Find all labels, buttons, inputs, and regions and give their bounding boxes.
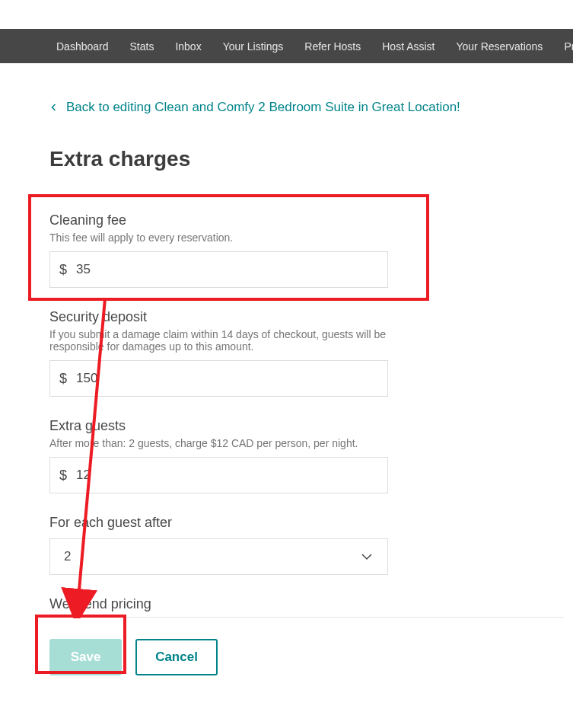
nav-inbox[interactable]: Inbox xyxy=(164,40,212,53)
cleaning-fee-label: Cleaning fee xyxy=(49,212,388,228)
extra-charges-form: Cleaning fee This fee will apply to ever… xyxy=(49,212,388,612)
nav-dashboard[interactable]: Dashboard xyxy=(46,40,119,53)
nav-your-reservations[interactable]: Your Reservations xyxy=(445,40,553,53)
form-actions: Save Cancel xyxy=(49,639,527,675)
nav-profile[interactable]: Prof xyxy=(553,40,573,53)
extra-guests-group: Extra guests After more than: 2 guests, … xyxy=(49,418,388,493)
extra-guests-input-wrap[interactable]: $ xyxy=(49,457,388,493)
cleaning-fee-group: Cleaning fee This fee will apply to ever… xyxy=(49,212,388,288)
guest-after-label: For each guest after xyxy=(49,515,388,531)
top-navbar: Dashboard Stats Inbox Your Listings Refe… xyxy=(0,29,573,63)
nav-refer-hosts[interactable]: Refer Hosts xyxy=(294,40,371,53)
page-content: Back to editing Clean and Comfy 2 Bedroo… xyxy=(0,63,573,706)
security-deposit-input-wrap[interactable]: $ xyxy=(49,360,388,397)
cancel-button[interactable]: Cancel xyxy=(135,639,218,675)
chevron-down-icon xyxy=(360,550,374,564)
nav-your-listings[interactable]: Your Listings xyxy=(212,40,294,53)
cleaning-fee-help: This fee will apply to every reservation… xyxy=(49,231,388,244)
save-button[interactable]: Save xyxy=(49,639,122,675)
guest-after-select[interactable]: 2 xyxy=(49,538,388,575)
back-link-text: Back to editing Clean and Comfy 2 Bedroo… xyxy=(66,100,460,115)
cleaning-fee-input-wrap[interactable]: $ xyxy=(49,251,388,288)
security-deposit-label: Security deposit xyxy=(49,309,388,325)
extra-guests-label: Extra guests xyxy=(49,418,388,434)
currency-symbol: $ xyxy=(50,468,76,484)
page-title: Extra charges xyxy=(49,147,527,171)
security-deposit-input[interactable] xyxy=(76,361,387,396)
extra-guests-input[interactable] xyxy=(76,458,387,493)
security-deposit-group: Security deposit If you submit a damage … xyxy=(49,309,388,397)
nav-host-assist[interactable]: Host Assist xyxy=(371,40,445,53)
security-deposit-help: If you submit a damage claim within 14 d… xyxy=(49,328,388,353)
extra-guests-help: After more than: 2 guests, charge $12 CA… xyxy=(49,437,388,449)
cleaning-fee-input[interactable] xyxy=(76,252,387,287)
nav-stats[interactable]: Stats xyxy=(119,40,165,53)
weekend-pricing-label: Weekend pricing xyxy=(49,596,388,612)
chevron-left-icon xyxy=(49,103,59,112)
guest-after-value: 2 xyxy=(64,549,71,564)
section-divider xyxy=(46,617,564,618)
back-link[interactable]: Back to editing Clean and Comfy 2 Bedroo… xyxy=(49,100,527,115)
currency-symbol: $ xyxy=(50,262,76,278)
currency-symbol: $ xyxy=(50,371,76,387)
